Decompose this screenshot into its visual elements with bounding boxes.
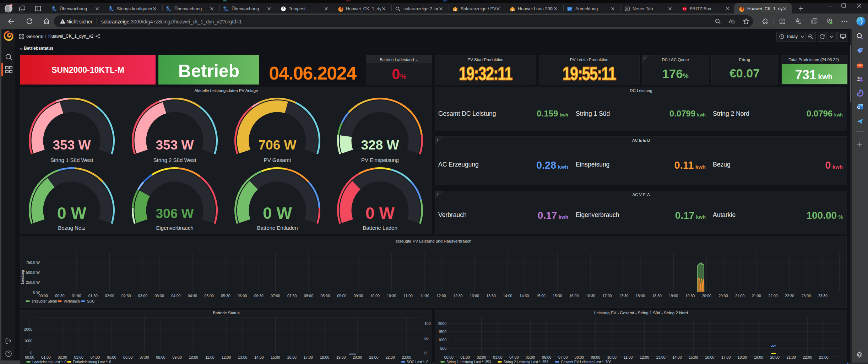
svg-text:Verbrauch: Verbrauch [64, 299, 80, 303]
svg-text:02:30: 02:30 [121, 294, 131, 298]
svg-text:500: 500 [440, 346, 446, 351]
svg-text:01:00: 01:00 [41, 355, 50, 359]
svg-text:06:30: 06:30 [254, 294, 264, 298]
svg-text:18:00: 18:00 [320, 355, 329, 359]
svg-text:50: 50 [424, 336, 429, 341]
svg-text:09:30: 09:30 [354, 294, 363, 298]
svg-text:01:30: 01:30 [88, 294, 98, 298]
svg-text:03:00: 03:00 [138, 294, 147, 298]
svg-text:05:00: 05:00 [205, 294, 214, 298]
svg-text:750.0 W: 750.0 W [26, 260, 40, 265]
svg-text:02:00: 02:00 [105, 294, 114, 298]
svg-text:500.0 W: 500.0 W [26, 270, 40, 275]
svg-text:08:30: 08:30 [320, 294, 330, 298]
svg-text:22:00: 22:00 [768, 294, 777, 298]
svg-text:15:30: 15:30 [553, 294, 562, 298]
svg-text:Gesamt PV Leistung Last *: 70: Gesamt PV Leistung Last *: 706 [561, 360, 612, 364]
svg-text:07:00: 07:00 [558, 355, 568, 359]
svg-text:17:30: 17:30 [619, 294, 628, 298]
svg-text:12:00: 12:00 [222, 355, 231, 359]
svg-text:04:00: 04:00 [91, 355, 100, 359]
svg-text:12:30: 12:30 [453, 294, 462, 298]
svg-text:22:30: 22:30 [785, 294, 794, 298]
svg-text:05:30: 05:30 [221, 294, 230, 298]
svg-text:12:00: 12:00 [640, 355, 649, 359]
svg-text:05:00: 05:00 [526, 355, 535, 359]
svg-text:10:00: 10:00 [370, 294, 380, 298]
svg-text:13:00: 13:00 [470, 294, 479, 298]
svg-text:00:00: 00:00 [444, 355, 454, 359]
svg-text:01:00: 01:00 [72, 294, 81, 298]
svg-text:07:30: 07:30 [287, 294, 297, 298]
svg-text:Entladeleistung Last *: 0: Entladeleistung Last *: 0 [73, 360, 111, 364]
svg-text:19:30: 19:30 [685, 294, 695, 298]
svg-text:05:00: 05:00 [107, 355, 116, 359]
svg-text:15:00: 15:00 [271, 355, 280, 359]
svg-text:23:30: 23:30 [818, 294, 827, 298]
svg-text:11:00: 11:00 [624, 355, 633, 359]
svg-text:13:00: 13:00 [656, 355, 665, 359]
svg-text:10:00: 10:00 [189, 355, 198, 359]
svg-text:19:00: 19:00 [754, 355, 763, 359]
svg-text:03:00: 03:00 [74, 355, 83, 359]
svg-text:18:00: 18:00 [738, 355, 747, 359]
svg-text:16:30: 16:30 [586, 294, 595, 298]
svg-text:03:00: 03:00 [493, 355, 502, 359]
svg-text:19:00: 19:00 [669, 294, 678, 298]
svg-text:21:00: 21:00 [787, 355, 796, 359]
svg-text:20:00: 20:00 [702, 294, 711, 298]
svg-text:21:00: 21:00 [369, 355, 378, 359]
svg-text:13:00: 13:00 [238, 355, 247, 359]
svg-text:?: ? [7, 352, 10, 356]
svg-text:06:00: 06:00 [238, 294, 247, 298]
svg-text:07:00: 07:00 [140, 355, 149, 359]
svg-text:02:00: 02:00 [58, 355, 67, 359]
svg-text:SOC: SOC [87, 299, 95, 303]
svg-text:21:30: 21:30 [752, 294, 761, 298]
svg-text:String 2 Leistung Last *: 353: String 2 Leistung Last *: 353 [504, 360, 548, 364]
svg-text:20:00: 20:00 [770, 355, 780, 359]
svg-text:08:00: 08:00 [304, 294, 313, 298]
svg-text:17:00: 17:00 [304, 355, 313, 359]
svg-text:20:00: 20:00 [353, 355, 362, 359]
svg-text:16:00: 16:00 [287, 355, 297, 359]
svg-text:Leistung: Leistung [20, 270, 25, 284]
svg-text:04:30: 04:30 [188, 294, 197, 298]
svg-text:23:00: 23:00 [402, 355, 411, 359]
svg-text:01:00: 01:00 [461, 355, 470, 359]
svg-text:02:00: 02:00 [477, 355, 486, 359]
svg-text:1000: 1000 [24, 339, 33, 343]
svg-text:06:00: 06:00 [123, 355, 132, 359]
svg-text:erzeugter Strom: erzeugter Strom [32, 299, 57, 303]
svg-text:16:00: 16:00 [569, 294, 579, 298]
svg-text:07:00: 07:00 [271, 294, 280, 298]
svg-text:100: 100 [424, 321, 431, 326]
svg-text:14:00: 14:00 [672, 355, 682, 359]
svg-text:06:00: 06:00 [542, 355, 551, 359]
svg-text:Ladeleistung Last *: 0: Ladeleistung Last *: 0 [32, 360, 67, 364]
svg-text:SOC Last *: 0: SOC Last *: 0 [407, 360, 429, 364]
svg-text:18:00: 18:00 [636, 294, 645, 298]
svg-text:2000: 2000 [24, 327, 33, 331]
svg-text:10:30: 10:30 [387, 294, 396, 298]
svg-text:00:30: 00:30 [55, 294, 64, 298]
svg-text:15:00: 15:00 [689, 355, 698, 359]
svg-text:18:30: 18:30 [652, 294, 661, 298]
svg-text:0: 0 [30, 351, 32, 355]
svg-text:22:00: 22:00 [385, 355, 395, 359]
svg-text:11:00: 11:00 [205, 355, 215, 359]
svg-text:13:30: 13:30 [486, 294, 495, 298]
svg-text:04:00: 04:00 [171, 294, 180, 298]
svg-text:09:00: 09:00 [591, 355, 600, 359]
svg-text:14:00: 14:00 [503, 294, 512, 298]
svg-text:11:30: 11:30 [420, 294, 429, 298]
svg-text:09:00: 09:00 [337, 294, 346, 298]
svg-text:22:00: 22:00 [803, 355, 812, 359]
svg-text:20:30: 20:30 [718, 294, 728, 298]
svg-text:11:00: 11:00 [403, 294, 413, 298]
svg-text:21:00: 21:00 [735, 294, 744, 298]
svg-text:19:00: 19:00 [336, 355, 346, 359]
svg-text:1000: 1000 [438, 338, 447, 342]
svg-text:14:00: 14:00 [254, 355, 264, 359]
svg-text:16:00: 16:00 [705, 355, 714, 359]
